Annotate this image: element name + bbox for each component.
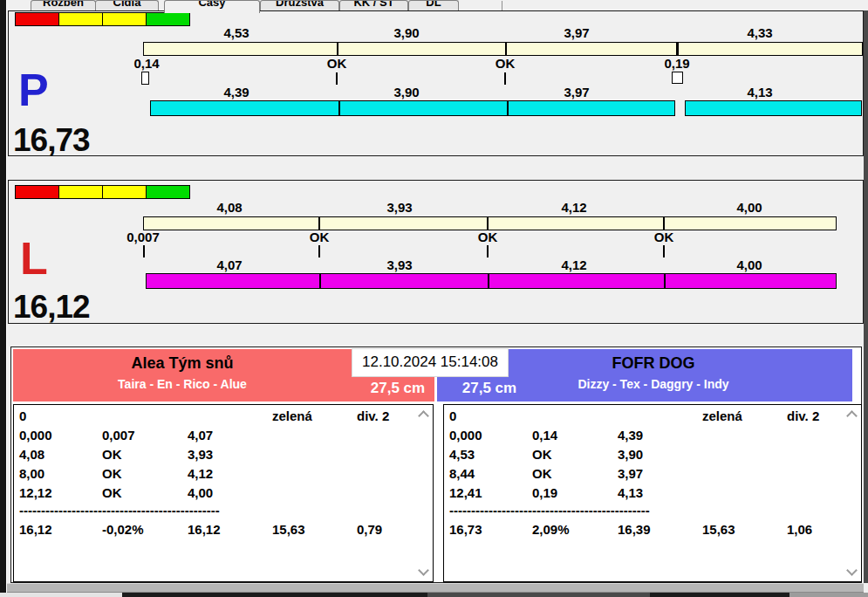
light-red bbox=[15, 12, 59, 26]
left-team-titles: Alea Tým snů Taira - En - Rico - Alue bbox=[13, 349, 352, 391]
l-top-split-1: 4,08 bbox=[216, 201, 242, 214]
cell: 3,93 bbox=[188, 447, 213, 462]
p-top-split-2: 3,90 bbox=[393, 26, 419, 39]
cell: 0,19 bbox=[532, 485, 557, 500]
p-bottom-split-4: 4,13 bbox=[747, 86, 772, 99]
lane-l-letter: L bbox=[20, 236, 48, 281]
left-team-name: Alea Tým snů bbox=[13, 354, 352, 373]
table-row: 0 zelená div. 2 bbox=[444, 408, 861, 424]
taskbar-segment bbox=[650, 593, 789, 597]
cell: 4,13 bbox=[618, 485, 643, 500]
cell: 12,12 bbox=[19, 485, 52, 500]
l-top-split-3: 4,12 bbox=[561, 201, 586, 214]
app-window: Rozběh Čidla Časy Družstva KK / ŠT DL 4,… bbox=[0, 0, 868, 597]
l-mark-2: OK bbox=[310, 230, 330, 244]
taskbar-segment bbox=[122, 593, 427, 597]
taskbar-segment bbox=[427, 593, 650, 597]
lane-panel-p: 4,53 3,90 3,97 4,33 0,14 OK OK 0,19 4,39… bbox=[8, 10, 864, 156]
cell: 0 bbox=[449, 408, 456, 423]
l-run-bar bbox=[146, 273, 837, 289]
total-percent: -0,02% bbox=[102, 522, 144, 537]
l-ok-tick bbox=[487, 245, 489, 257]
table-row: 12,41 0,19 4,13 bbox=[444, 485, 861, 501]
total-net: 16,12 bbox=[188, 522, 221, 537]
lane-l-total-time: 16,12 bbox=[13, 291, 90, 323]
cell: OK bbox=[102, 447, 122, 462]
tab-label: DL bbox=[409, 0, 458, 9]
scale-tick bbox=[663, 217, 665, 230]
right-team-table[interactable]: 0 zelená div. 2 0,000 0,14 4,39 4,53 OK … bbox=[443, 404, 862, 582]
cell: 4,12 bbox=[188, 466, 213, 481]
left-team-jump-height: 27,5 cm bbox=[371, 380, 425, 397]
total-diff: 0,79 bbox=[357, 522, 382, 537]
table-row: 4,08 OK 3,93 bbox=[14, 447, 433, 463]
cell: 4,00 bbox=[188, 485, 213, 500]
taskbar-segment bbox=[0, 593, 122, 597]
p-ok-tick bbox=[336, 72, 338, 85]
lane-p-total-time: 16,73 bbox=[13, 124, 90, 156]
taskbar-segment bbox=[789, 593, 868, 597]
tabstrip-edge bbox=[502, 1, 502, 10]
l-bottom-split-2: 3,93 bbox=[386, 258, 412, 271]
run-bar-divider bbox=[488, 274, 489, 288]
scale-tick bbox=[337, 43, 338, 55]
l-bottom-split-3: 4,12 bbox=[561, 258, 586, 271]
total-net: 16,39 bbox=[618, 522, 651, 537]
run-bar-divider bbox=[507, 101, 509, 115]
p-fault-box-4 bbox=[672, 72, 683, 84]
l-mark-1: 0,007 bbox=[126, 230, 160, 244]
scale-tick bbox=[487, 217, 489, 230]
scroll-down-icon[interactable] bbox=[846, 565, 858, 576]
l-top-split-4: 4,00 bbox=[736, 201, 762, 214]
p-top-split-1: 4,53 bbox=[223, 26, 249, 39]
scale-tick bbox=[318, 217, 320, 230]
light-red bbox=[15, 185, 59, 199]
lane-p-letter: P bbox=[18, 67, 49, 113]
cell: 0,000 bbox=[19, 428, 52, 443]
window-left-edge bbox=[0, 0, 7, 597]
cell: OK bbox=[102, 466, 122, 481]
run-bar-divider bbox=[664, 274, 666, 288]
total-ref: 15,63 bbox=[272, 522, 305, 537]
table-row: 8,44 OK 3,97 bbox=[444, 466, 861, 482]
tab-casy[interactable]: Časy bbox=[164, 0, 260, 13]
total-time: 16,73 bbox=[449, 522, 482, 537]
tab-label: Čidla bbox=[96, 0, 158, 9]
cell: 3,97 bbox=[618, 466, 643, 481]
light-yellow-2 bbox=[102, 12, 147, 26]
cell: 0 bbox=[19, 408, 26, 423]
light-yellow-1 bbox=[58, 12, 103, 26]
total-time: 16,12 bbox=[19, 522, 52, 537]
cell: zelená bbox=[272, 408, 312, 423]
p-run-bar bbox=[150, 100, 675, 116]
p-bottom-split-2: 3,90 bbox=[393, 86, 419, 99]
separator-line: ----------------------------------------… bbox=[449, 503, 650, 518]
tab-label: Družstva bbox=[261, 0, 338, 9]
light-yellow-2 bbox=[102, 185, 147, 199]
left-team-table[interactable]: 0 zelená div. 2 0,000 0,007 4,07 4,08 OK… bbox=[13, 404, 434, 582]
cell: div. 2 bbox=[787, 408, 819, 423]
cell: 4,53 bbox=[449, 447, 475, 462]
p-mark-2: OK bbox=[327, 57, 347, 70]
l-ok-tick bbox=[663, 245, 665, 257]
light-yellow-1 bbox=[58, 185, 103, 199]
l-ok-tick bbox=[318, 245, 320, 257]
status-strip bbox=[7, 583, 864, 593]
cell: div. 2 bbox=[357, 408, 389, 423]
p-bottom-split-3: 3,97 bbox=[564, 86, 589, 99]
cell: 0,007 bbox=[102, 428, 135, 443]
l-mark-4: OK bbox=[654, 230, 674, 244]
cell: zelená bbox=[702, 408, 742, 423]
scroll-down-icon[interactable] bbox=[418, 565, 429, 576]
right-team-name: FOFR DOG bbox=[455, 354, 852, 373]
table-row: 0,000 0,14 4,39 bbox=[444, 428, 861, 443]
l-bottom-split-1: 4,07 bbox=[216, 258, 242, 271]
table-row: 0 zelená div. 2 bbox=[14, 408, 433, 424]
left-team-members: Taira - En - Rico - Alue bbox=[13, 377, 352, 391]
p-top-split-4: 4,33 bbox=[747, 26, 772, 39]
light-green bbox=[146, 12, 190, 26]
cell: OK bbox=[532, 466, 552, 481]
run-bar-divider bbox=[338, 101, 340, 115]
results-section: Alea Tým snů Taira - En - Rico - Alue 27… bbox=[10, 347, 862, 583]
tab-label: KK / ŠT bbox=[340, 0, 407, 9]
